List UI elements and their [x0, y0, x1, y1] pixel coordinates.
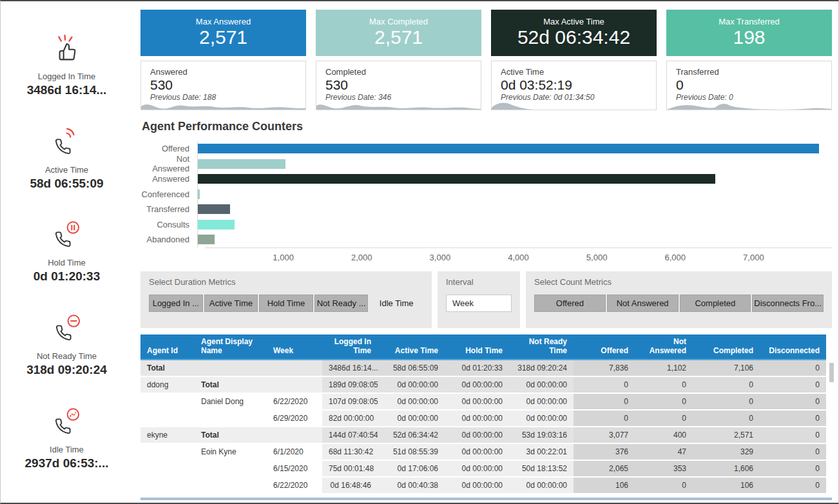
- duration-button-idle-time[interactable]: Idle Time: [369, 295, 423, 312]
- chart-plot-area: OfferedNot AnsweredAnsweredConferencedTr…: [140, 141, 832, 247]
- bar-track: [197, 217, 832, 233]
- table-row[interactable]: ekyneTotal144d 07:40:5452d 06:34:420d 00…: [140, 427, 826, 443]
- cell-logged-in-time: 189d 09:08:05: [322, 376, 378, 393]
- cell-agent-display-name: Total: [195, 427, 267, 443]
- cell-not-answered: 0: [635, 376, 693, 393]
- category-label: Answered: [140, 174, 197, 184]
- phone-active-icon: [52, 127, 81, 157]
- table-horizontal-scrollbar[interactable]: [140, 498, 832, 500]
- count-button-disconnects-fro[interactable]: Disconnects Fro...: [752, 295, 824, 312]
- count-button-completed[interactable]: Completed: [680, 295, 751, 312]
- cell-active-time: 0d 17:06:06: [378, 460, 445, 477]
- cell-not-answered: 0: [635, 393, 693, 410]
- column-header-hold-time[interactable]: Hold Time: [445, 334, 509, 360]
- cell-not-ready-time: 50d 18:13:52: [509, 460, 574, 477]
- cell-not-answered: 400: [635, 427, 693, 443]
- table-row[interactable]: 6/15/202075d 00:01:480d 17:06:060d 00:00…: [140, 460, 826, 477]
- table-row[interactable]: Eoin Kyne6/1/202068d 11:30:4251d 08:55:3…: [140, 443, 826, 460]
- category-label: Not Answered: [140, 154, 197, 173]
- cell-logged-in-time: 0d 16:48:46: [322, 477, 378, 494]
- kpi-idle-time: Idle Time2937d 06:53:...: [25, 407, 109, 470]
- cell-completed: 0: [693, 376, 760, 393]
- cell-agent-display-name: [195, 477, 267, 494]
- x-tick-5000: 5,000: [586, 253, 608, 262]
- cell-hold-time: 0d 00:00:00: [445, 376, 509, 393]
- table-row[interactable]: ddongTotal189d 09:08:050d 00:00:000d 00:…: [140, 376, 826, 393]
- sparkline-icon: [316, 100, 481, 110]
- column-header-active-time[interactable]: Active Time: [378, 334, 445, 360]
- sparkline-icon: [141, 100, 305, 110]
- card-label: Active Time: [501, 67, 647, 77]
- card-value: 0: [676, 77, 822, 92]
- cell-agent-display-name: [195, 410, 267, 427]
- x-tick-1000: 1,000: [273, 253, 294, 262]
- table-row[interactable]: Total3486d 16:14...58d 06:55:090d 01:20:…: [140, 360, 826, 376]
- cell-week: 6/1/2020: [267, 443, 322, 460]
- x-tick-2000: 2,000: [351, 253, 372, 262]
- max-card-max-completed: Max Completed2,571: [316, 10, 481, 56]
- cell-active-time: 0d 00:00:00: [378, 376, 445, 393]
- table-row[interactable]: 6/22/20200d 16:48:460d 00:40:380d 00:00:…: [140, 477, 826, 494]
- bar-track: [197, 187, 832, 202]
- cell-agent-id: [140, 443, 195, 460]
- card-title: Max Active Time: [543, 17, 604, 26]
- table-row[interactable]: Daniel Dong6/22/2020107d 09:08:050d 00:0…: [140, 393, 826, 410]
- cell-disconnected: 0: [760, 410, 826, 427]
- cell-completed: 0: [693, 393, 760, 410]
- interval-select[interactable]: Week: [446, 295, 512, 312]
- cell-agent-id: Total: [140, 360, 195, 376]
- bar-offered[interactable]: [198, 144, 819, 153]
- count-button-not-answered[interactable]: Not Answered: [607, 295, 679, 312]
- x-tick-6000: 6,000: [664, 253, 686, 262]
- card-title: Max Transferred: [718, 17, 780, 26]
- cell-hold-time: 0d 00:00:00: [445, 477, 509, 494]
- kpi-label: Idle Time: [25, 445, 109, 454]
- card-value: 0d 03:52:19: [501, 77, 647, 92]
- duration-metrics-label: Select Duration Metrics: [149, 277, 423, 287]
- column-header-completed[interactable]: Completed: [693, 334, 760, 360]
- duration-button-not-ready[interactable]: Not Ready ...: [314, 295, 369, 312]
- column-header-agent-display-name[interactable]: Agent Display Name: [195, 334, 267, 360]
- column-header-not-ready-time[interactable]: Not Ready Time: [509, 334, 574, 360]
- kpi-hold-time: Hold Time0d 01:20:33: [34, 220, 101, 284]
- cell-week: 6/29/2020: [267, 410, 322, 427]
- bar-abandoned[interactable]: [198, 235, 215, 244]
- column-header-week[interactable]: Week: [267, 334, 322, 360]
- duration-button-hold-time[interactable]: Hold Time: [259, 295, 313, 312]
- column-header-not-answered[interactable]: Not Answered: [635, 334, 693, 360]
- kpi-sidebar: Logged In Time3486d 16:14... Active Time…: [1, 1, 133, 503]
- column-header-offered[interactable]: Offered: [574, 334, 635, 360]
- cell-completed: 329: [693, 443, 760, 460]
- column-header-logged-in-time[interactable]: Logged In Time: [322, 334, 378, 360]
- cell-disconnected: 0: [760, 427, 826, 443]
- scrollbar-thumb[interactable]: [829, 363, 834, 382]
- column-header-agent-id[interactable]: Agent Id: [140, 334, 195, 360]
- cell-completed: 1,606: [693, 460, 760, 477]
- filter-bar: Select Duration Metrics Logged In ...Act…: [140, 271, 832, 328]
- thumbs-up-burst-icon: [52, 34, 82, 63]
- bar-answered[interactable]: [198, 174, 715, 184]
- cell-logged-in-time: 144d 07:40:54: [322, 427, 378, 443]
- table-vertical-scrollbar[interactable]: [829, 363, 834, 496]
- bar-conferenced[interactable]: [198, 189, 200, 199]
- cell-agent-id: ekyne: [140, 427, 195, 443]
- cell-disconnected: 0: [760, 460, 826, 477]
- duration-button-logged-in[interactable]: Logged In ...: [149, 295, 203, 312]
- bar-transferred[interactable]: [198, 204, 230, 214]
- cell-active-time: 51d 08:55:39: [378, 443, 445, 460]
- current-card-active-time: Active Time0d 03:52:19Previous Date: 0d …: [491, 61, 657, 110]
- count-button-offered[interactable]: Offered: [534, 295, 606, 312]
- table-row[interactable]: 6/29/202082d 00:00:000d 00:00:000d 00:00…: [140, 410, 826, 427]
- cell-week: [267, 376, 322, 393]
- column-header-disconnected[interactable]: Disconnected: [760, 334, 826, 360]
- bar-consults[interactable]: [198, 220, 235, 229]
- interval-panel: Interval Week: [438, 271, 520, 328]
- bar-not-answered[interactable]: [198, 159, 285, 169]
- chart-x-axis: 1,0002,0003,0004,0005,0006,0007,000: [205, 247, 832, 264]
- cell-agent-id: [140, 460, 195, 477]
- duration-button-active-time[interactable]: Active Time: [204, 295, 258, 312]
- kpi-value: 318d 09:20:24: [26, 363, 107, 377]
- cell-logged-in-time: 107d 09:08:05: [322, 393, 378, 410]
- cell-logged-in-time: 75d 00:01:48: [322, 460, 378, 477]
- current-card-transferred: Transferred0Previous Date: 0: [666, 61, 832, 110]
